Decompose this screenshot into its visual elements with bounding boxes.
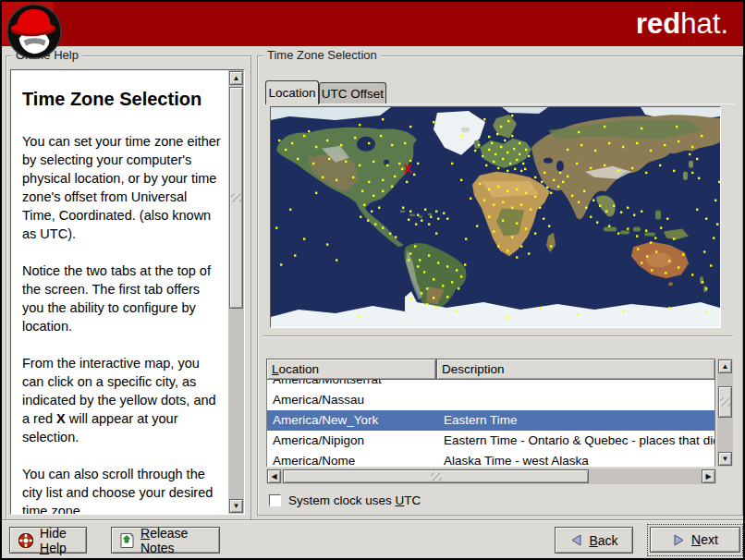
help-scrollbar[interactable]: ▲ ▼ — [228, 70, 244, 514]
back-arrow-icon — [569, 533, 583, 547]
timezone-table-header: Location Description — [266, 359, 715, 380]
column-header-location[interactable]: Location — [266, 359, 436, 380]
help-scrollbar-thumb[interactable] — [229, 87, 243, 309]
help-paragraph: From the interactive map, you can click … — [22, 354, 221, 446]
table-row[interactable]: America/New_YorkEastern Time — [267, 410, 714, 431]
next-button-focus-ring: Next — [647, 524, 743, 556]
separator — [263, 335, 733, 337]
column-header-description[interactable]: Description — [436, 359, 715, 380]
online-help-frame: Online Help Time Zone Selection You can … — [6, 55, 251, 521]
table-row[interactable]: America/Nassau — [267, 390, 714, 410]
scroll-up-icon[interactable]: ▲ — [229, 71, 243, 85]
help-paragraph: Notice the two tabs at the top of the sc… — [22, 262, 221, 335]
release-notes-button[interactable]: Release Notes — [111, 527, 220, 554]
help-viewport: Time Zone Selection You can set your tim… — [10, 69, 245, 515]
scroll-left-icon[interactable]: ◀ — [267, 469, 281, 483]
next-arrow-icon — [672, 533, 686, 547]
world-map[interactable]: X — [270, 106, 721, 328]
cell-location: America/Nipigon — [273, 431, 364, 451]
redhat-shadowman-icon — [6, 3, 63, 60]
utc-checkbox-label: System clock uses UTC — [288, 493, 421, 507]
table-row[interactable]: America/NipigonEastern Time - Ontario & … — [267, 431, 714, 451]
notebook-edge — [263, 103, 735, 104]
installer-window: redhat. Online Help Time Zone Selection … — [0, 0, 745, 560]
next-button[interactable]: Next — [650, 527, 740, 553]
banner: redhat. — [2, 2, 743, 46]
tab-location[interactable]: Location — [265, 80, 319, 104]
cell-location: America/Nassau — [273, 390, 364, 410]
table-row[interactable]: America/Montserrat — [267, 380, 714, 390]
release-notes-icon — [119, 532, 135, 549]
footer-separator — [2, 519, 743, 521]
hide-help-button[interactable]: Hide Help — [9, 527, 87, 554]
scroll-down-icon[interactable]: ▼ — [229, 499, 243, 513]
timezone-hscrollbar-thumb[interactable] — [283, 469, 589, 483]
help-text: Time Zone Selection You can set your tim… — [11, 70, 228, 514]
scroll-right-icon[interactable]: ▶ — [702, 469, 715, 483]
cell-location: America/Nome — [273, 451, 355, 467]
utc-checkbox-row: System clock uses UTC — [269, 492, 421, 508]
timezone-list-horizontal-scrollbar[interactable]: ◀ ▶ — [266, 469, 716, 484]
timezone-frame: Time Zone Selection Location UTC Offset — [257, 55, 743, 516]
timezone-scrollbar-thumb[interactable] — [718, 386, 732, 418]
tab-utc-offset[interactable]: UTC Offset — [319, 82, 386, 104]
table-row[interactable]: America/NomeAlaska Time - west Alaska — [267, 451, 714, 467]
timezone-list[interactable]: America/MontserratAmerica/NassauAmerica/… — [266, 380, 715, 467]
scroll-up-icon[interactable]: ▲ — [718, 359, 732, 373]
life-ring-icon — [18, 532, 34, 549]
help-paragraph: You can set your time zone either by sel… — [22, 132, 221, 243]
cell-description: Eastern Time - Ontario & Quebec - places… — [444, 431, 714, 451]
scroll-down-icon[interactable]: ▼ — [718, 452, 732, 466]
help-heading: Time Zone Selection — [22, 89, 221, 110]
timezone-list-vertical-scrollbar[interactable]: ▲ ▼ — [717, 359, 733, 467]
back-button[interactable]: Back — [555, 527, 633, 554]
redhat-wordmark: redhat. — [636, 7, 728, 41]
system-clock-utc-checkbox[interactable] — [269, 494, 281, 506]
cell-location: America/Montserrat — [273, 380, 382, 390]
selected-city-x-marker: X — [404, 163, 411, 176]
cell-description: Alaska Time - west Alaska — [444, 451, 714, 467]
help-paragraph: You can also scroll through the city lis… — [22, 465, 221, 514]
timezone-frame-label: Time Zone Selection — [263, 48, 381, 62]
cell-description: Eastern Time — [444, 410, 714, 431]
cell-location: America/New_York — [273, 410, 378, 431]
